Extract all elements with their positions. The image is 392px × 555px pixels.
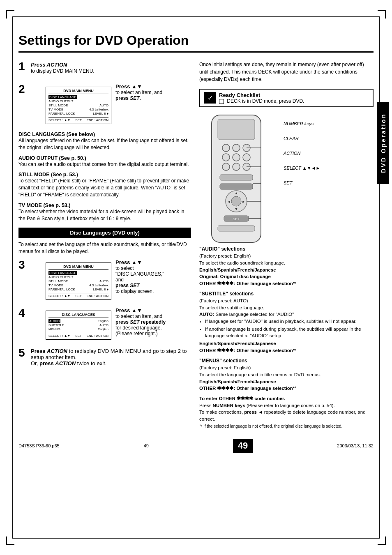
dvd-screen-3-title: DISC LANGUAGES — [48, 313, 108, 318]
step-2-desc2: press SET. — [115, 95, 162, 101]
step-1: 1 Press ACTION to display DVD MAIN MENU. — [18, 61, 191, 74]
svg-text:▼: ▼ — [235, 207, 238, 211]
step-2-body: DVD MAIN MENU DISC LANGUAGE AUDIO OUTPUT… — [33, 83, 162, 127]
disc-lang-desc: To select and set the language of the au… — [18, 241, 191, 255]
svg-point-8 — [222, 163, 230, 170]
dvd-menu1-footer-end: END : ACTION — [87, 118, 108, 122]
menus-desc: To select the language used in title men… — [199, 372, 321, 377]
dvd-menu2-row-5-val: LEVEL 8 ♠ — [93, 288, 108, 291]
audio-output-desc: You can set the audio output that comes … — [18, 161, 191, 168]
step-3-body: DVD MAIN MENU DISC LANGUAGE AUDIO OUTPUT… — [33, 259, 164, 303]
other-code-footnote: *¹ If the selected language is not offer… — [199, 424, 342, 428]
tv-mode-desc: To select whether the video material for… — [18, 208, 191, 222]
subtitle-bullets: If language set for "AUDIO" is used in p… — [199, 318, 374, 339]
step-5: 5 Press ACTION to redisplay DVD MAIN MEN… — [18, 347, 191, 366]
subtitle-factory: (Factory preset: AUTO) — [199, 298, 248, 303]
step-3-desc2: "DISC LANGUAGES," — [115, 271, 164, 277]
remote-label-select: SELECT ▲▼◄► — [284, 166, 320, 170]
checklist-title: Ready Checklist — [219, 92, 260, 98]
step-5-content: Press ACTION to redisplay DVD MAIN MENU … — [31, 347, 191, 366]
svg-text:▲: ▲ — [235, 191, 238, 195]
svg-rect-21 — [218, 226, 255, 231]
dvd-menu1-row-5-val: LEVEL 8 ♠ — [93, 112, 108, 115]
remote-label-clear: CLEAR — [284, 136, 320, 141]
dvd-menu2-row-2: AUDIO OUTPUT — [48, 275, 108, 279]
audio-output-heading: AUDIO OUTPUT (See p. 50.) — [18, 155, 191, 161]
disc-languages-heading: DISC LANGUAGES (See below) — [18, 131, 191, 137]
dvd-menu3-row-2: SUBTITLE AUTO — [48, 323, 108, 327]
step-4-text: Press ▲▼ to select an item, and press SE… — [115, 307, 166, 336]
dvd-menu2-row-3: STILL MODE AUTO — [48, 279, 108, 283]
step-4-desc1: to select an item, and — [115, 313, 166, 319]
step-3-desc5: to display screen. — [115, 288, 164, 294]
dvd-menu2-row-4-label: TV MODE — [48, 283, 63, 287]
page-title: Settings for DVD Operation — [18, 33, 374, 53]
dvd-menu2-footer: SELECT : ▲▼ SET END : ACTION — [48, 293, 108, 298]
step-3-desc1: to select — [115, 265, 164, 271]
menus-factory: (Factory preset: English) — [199, 365, 251, 370]
svg-rect-11 — [220, 175, 253, 180]
audio-opt-3: OTHER ✱✱✱✱: Other language selection*¹ — [199, 281, 296, 286]
dvd-menu2-footer-set: SET — [75, 294, 82, 298]
other-code-line2: To make corrections, press ◄ repeatedly … — [199, 410, 366, 421]
other-code-title: To enter OTHER ✱✱✱✱ code number. — [199, 395, 374, 402]
svg-text:►: ► — [242, 200, 246, 204]
subtitle-group-title: "SUBTITLE" selections — [199, 291, 254, 297]
still-mode-section: STILL MODE (See p. 53.) To select "FIELD… — [18, 172, 191, 198]
audio-output-section: AUDIO OUTPUT (See p. 50.) You can set th… — [18, 155, 191, 168]
intro-text: Once initial settings are done, they rem… — [199, 61, 374, 83]
disc-lang-box: Disc Languages (DVD only) — [18, 228, 191, 238]
dvd-menu1-row-3-label: STILL MODE — [48, 104, 68, 107]
border-top — [12, 16, 380, 17]
disc-languages-section: DISC LANGUAGES (See below) All languages… — [18, 131, 191, 151]
audio-factory: (Factory preset: English) — [199, 253, 251, 258]
step-3-desc4: press SET — [115, 283, 164, 288]
footer-left: D4753S P36-60.p65 — [18, 443, 60, 448]
border-left — [12, 16, 13, 539]
dvd-menu1-footer-select: SELECT : ▲▼ — [48, 118, 70, 122]
step-4: 4 DISC LANGUAGES AUDIO English SUBTITLE … — [18, 307, 191, 343]
dvd-menu2-row-1: DISC LANGUAGE — [48, 271, 108, 275]
dvd-menu3-row-3-val: English — [98, 327, 108, 331]
dvd-menu1-row-4: TV MODE 4:3 Letterbox — [48, 108, 108, 111]
audio-opt-2: Original: Original disc language — [199, 274, 271, 279]
remote-svg: ▲ ▼ ◄ ► SET — [199, 113, 273, 244]
audio-desc: To select the audio soundtrack language. — [199, 260, 285, 265]
dvd-menu1-row-5-label: PARENTAL LOCK — [48, 112, 75, 115]
dvd-menu1-row-4-label: TV MODE — [48, 108, 63, 111]
dvd-menu3-row-2-label: SUBTITLE — [48, 323, 64, 327]
dvd-menu3-footer-end: END : ACTION — [87, 334, 108, 338]
dvd-menu2-footer-select: SELECT : ▲▼ — [48, 294, 70, 298]
dvd-menu2-footer-end: END : ACTION — [87, 294, 108, 298]
menus-group: "MENUS" selections (Factory preset: Engl… — [199, 357, 374, 392]
step-1-content: Press ACTION to display DVD MAIN MENU. — [31, 61, 191, 74]
remote-label-number: NUMBER keys — [284, 121, 320, 126]
still-mode-desc: To select "FIELD" (Field still) or "FRAM… — [18, 177, 191, 198]
svg-rect-12 — [220, 184, 253, 189]
step-3-number: 3 — [18, 259, 30, 271]
subtitle-desc: To select the subtitle language. — [199, 305, 264, 310]
step-2-action: Press ▲▼ — [115, 83, 162, 90]
step-1-action: Press ACTION — [31, 62, 67, 68]
step-1-number: 1 — [18, 61, 31, 72]
step-3-action: Press ▲▼ — [115, 259, 164, 265]
step-3-text: Press ▲▼ to select "DISC LANGUAGES," and… — [115, 259, 164, 294]
dvd-menu2-row-4-val: 4:3 Letterbox — [89, 283, 108, 287]
subtitle-group: "SUBTITLE" selections (Factory preset: A… — [199, 290, 374, 354]
remote-labels: NUMBER keys CLEAR ACTION SELECT ▲▼◄► SET — [284, 113, 320, 193]
dvd-menu2-row-4: TV MODE 4:3 Letterbox — [48, 283, 108, 287]
svg-point-7 — [243, 154, 250, 161]
page-number: 49 — [233, 439, 253, 453]
svg-point-2 — [222, 144, 230, 152]
dvd-menu1-row-2: AUDIO OUTPUT — [48, 99, 108, 103]
dvd-menu1-row-4-val: 4:3 Letterbox — [89, 108, 108, 111]
dvd-menu1-footer-set: SET — [75, 118, 82, 122]
menus-opt-1: English/Spanish/French/Japanese — [199, 379, 276, 384]
checklist-checkbox — [219, 99, 224, 104]
other-code-group: To enter OTHER ✱✱✱✱ code number. Press N… — [199, 395, 374, 429]
tv-mode-section: TV MODE (See p. 53.) To select whether t… — [18, 203, 191, 222]
step-2: 2 DVD MAIN MENU DISC LANGUAGE AUDIO OUTP… — [18, 83, 191, 127]
svg-point-3 — [233, 144, 240, 152]
dvd-menu3-row-2-val: AUTO — [99, 323, 108, 327]
remote-label-set: SET — [284, 180, 320, 185]
